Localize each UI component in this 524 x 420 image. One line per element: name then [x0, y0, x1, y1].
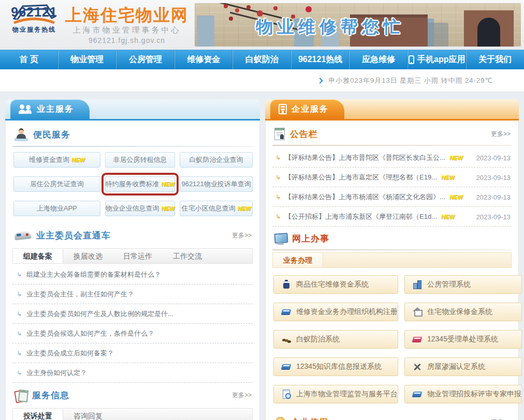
- list-item[interactable]: ↳业主委员会候选人如何产生，条件是什么？: [12, 324, 253, 343]
- more-link[interactable]: 更多>>: [232, 231, 252, 240]
- new-badge: NEW: [441, 214, 455, 220]
- new-badge: NEW: [162, 181, 175, 187]
- return-arrow-icon: ↳: [275, 214, 281, 220]
- new-badge: NEW: [449, 155, 463, 161]
- tab-complaint-handling[interactable]: 投诉处置: [13, 409, 63, 420]
- button-repair-fund-system[interactable]: 商品住宅维修资金系统: [273, 275, 398, 294]
- section-title: 便民服务: [33, 129, 70, 141]
- button-public-housing-system[interactable]: 公房管理系统: [404, 275, 522, 294]
- return-arrow-icon: ↳: [17, 350, 22, 356]
- list-item[interactable]: ↳【公开招标】上海市浦东新区《摩登江南邨（E1d...NEW2023-09-13: [272, 207, 512, 227]
- tab-owner-services[interactable]: 业主服务: [10, 99, 90, 119]
- more-link[interactable]: 更多>>: [232, 391, 252, 400]
- button-shanghai-property-app[interactable]: 上海物业APP: [13, 201, 100, 216]
- section-title: 服务信息: [32, 389, 69, 401]
- fund-box-icon: [282, 280, 291, 289]
- nav-item-termite[interactable]: 白蚁防治: [232, 50, 291, 69]
- return-arrow-icon: ↳: [17, 311, 22, 317]
- list-item[interactable]: ↳业主身份如何认定？: [12, 363, 253, 383]
- committee-question-list: ↳组建业主大会筹备组需要的备案材料是什么？ ↳业主委员会主任，副主任如何产生？ …: [12, 265, 253, 383]
- system-label: 上海市物业管理监管与服务平台: [296, 389, 398, 399]
- avatar-icon: [14, 128, 28, 141]
- list-item[interactable]: ↳组建业主大会筹备组需要的备案材料是什么？: [12, 265, 253, 284]
- more-link[interactable]: 更多>>: [491, 130, 511, 139]
- nav-item-emergency[interactable]: 应急维修: [349, 50, 407, 69]
- online-systems-grid: 商品住宅维修资金系统 公房管理系统 维修资金业务办理组织机构注册 住宅物业保修金…: [273, 275, 511, 403]
- button-community-info-query[interactable]: 住宅小区信息查询NEW: [180, 201, 253, 216]
- enterprise-panel-body: 公告栏 更多>> ↳【评标结果公告】上海市普陀区《普陀区长发白玉公...NEW2…: [265, 121, 519, 420]
- tab-inquiry-reply[interactable]: 咨询回复: [63, 409, 113, 420]
- nav-item-hotline[interactable]: 962121热线: [291, 50, 350, 69]
- list-item[interactable]: ↳【评标结果公告】上海市杨浦区《杨浦区文化名园》...NEW2023-09-13: [272, 187, 512, 207]
- documents-icon: [14, 389, 27, 401]
- list-item[interactable]: ↳业主委员会成立后如何备案？: [12, 343, 253, 363]
- tab-enterprise-services[interactable]: 企业服务: [270, 99, 344, 119]
- list-item[interactable]: ↳业主委员会委员如何产生及人数比例的规定是什...: [12, 304, 253, 324]
- nav-label: 手机app应用: [417, 54, 465, 65]
- button-label: 特约服务收费标准: [106, 179, 159, 189]
- button-supervision-platform[interactable]: 上海市物业管理监管与服务平台: [273, 385, 398, 403]
- site-title-block: 上海住宅物业网 上海市物业管理事务中心 962121.fgj.sh.gov.cn: [65, 0, 188, 50]
- question-text: 业主身份如何认定？: [26, 368, 87, 378]
- button-bidding-expert-apply[interactable]: 物业管理招投标评审专家申报: [404, 385, 522, 403]
- list-item[interactable]: ↳【评标结果公告】上海市嘉定区《理想名都（E19...NEW2023-09-13: [272, 168, 512, 187]
- button-leakage-assessment-system[interactable]: 房屋渗漏认定系统: [404, 357, 522, 376]
- nav-item-property-mgmt[interactable]: 物业管理: [58, 50, 117, 69]
- button-12345-ticket-system[interactable]: 12345受理单处理系统: [404, 330, 522, 349]
- button-housing-cert-query[interactable]: 居住公房凭证查询: [13, 176, 100, 192]
- bulletin-title: 【评标结果公告】上海市普陀区《普陀区长发白玉公...: [285, 153, 445, 162]
- button-complaint-form-query[interactable]: 962121物业投诉单查询: [180, 176, 253, 192]
- section-title: 业主委员会直通车: [36, 230, 111, 242]
- list-item[interactable]: ↳【评标结果公告】上海市普陀区《普陀区长发白玉公...NEW2023-09-13: [272, 148, 512, 168]
- online-tabs: 业务办理: [272, 252, 512, 268]
- divider: [272, 249, 512, 250]
- button-termite-company-query[interactable]: 白蚁防治企业查询: [180, 152, 253, 168]
- button-nonres-sublet-info[interactable]: 非居公房转租信息: [105, 152, 176, 168]
- tab-label: 业主服务: [37, 104, 74, 115]
- button-company-info-query[interactable]: 物业企业信息查询NEW: [105, 201, 176, 216]
- button-12345-knowledge-system[interactable]: 12345知识库信息报送系统: [273, 357, 398, 376]
- nav-item-home[interactable]: 首 页: [0, 50, 58, 69]
- site-subtitle: 上海市物业管理事务中心: [65, 25, 188, 35]
- button-repair-fund-query[interactable]: 维修资金查询NEW: [13, 152, 100, 168]
- tab-business-handling[interactable]: 业务办理: [273, 253, 323, 267]
- system-label: 公房管理系统: [427, 280, 471, 289]
- blue-book-icon: [282, 362, 291, 371]
- nav-item-public-housing[interactable]: 公房管理: [116, 50, 174, 69]
- banner-image: 物业维修帮您忙: [195, 3, 521, 47]
- system-label: 商品住宅维修资金系统: [296, 280, 369, 289]
- nav-label: 维修资金: [187, 54, 220, 65]
- weather-bar: 申小雅023年9月13日 星期三 小雨 转中雨 24-29℃: [0, 69, 524, 92]
- tab-work-exchange[interactable]: 工作交流: [163, 249, 212, 263]
- bulletin-date: 2023-09-13: [476, 193, 511, 201]
- banner-slogan: 物业维修帮您忙: [256, 16, 404, 39]
- nav-item-about[interactable]: 关于我们: [466, 50, 524, 69]
- new-badge: NEW: [441, 174, 455, 181]
- button-special-service-fee-standard[interactable]: 特约服务收费标准NEW: [105, 176, 176, 192]
- list-item[interactable]: ↳业主委员会主任，副主任如何产生？: [12, 284, 253, 304]
- site-header: 962121 物业服务热线 上海住宅物业网 上海市物业管理事务中心 962121…: [0, 0, 524, 50]
- more-link[interactable]: 更多>>: [491, 418, 511, 420]
- nav-label: 白蚁防治: [245, 54, 279, 65]
- main-content: 业主服务 便民服务 维修资金查询NEW 非居公房转租信息 白蚁防治企业查询 居住…: [0, 92, 524, 420]
- button-termite-system[interactable]: 白蚁防治系统: [273, 330, 398, 349]
- nav-item-repair-fund[interactable]: 维修资金: [174, 50, 233, 69]
- banner-buildings-decor: [197, 16, 214, 47]
- return-arrow-icon: ↳: [275, 155, 281, 161]
- button-org-registration[interactable]: 维修资金业务办理组织机构注册: [273, 303, 398, 321]
- tab-daily-operation[interactable]: 日常运作: [113, 249, 163, 263]
- main-nav: 首 页 物业管理 公房管理 维修资金 白蚁防治 962121热线 应急维修 手机…: [0, 50, 524, 69]
- nav-item-mobile-app[interactable]: 手机app应用: [407, 50, 466, 69]
- tab-reelection[interactable]: 换届改选: [63, 249, 113, 263]
- system-label: 12345受理单处理系统: [427, 335, 498, 344]
- tab-formation-filing[interactable]: 组建备案: [13, 249, 63, 263]
- button-warranty-fund-system[interactable]: 住宅物业保修金系统: [404, 303, 522, 321]
- question-text: 业主委员会成立后如何备案？: [26, 349, 114, 358]
- button-label: 住宅小区信息查询: [182, 204, 236, 213]
- nav-label: 关于我们: [478, 54, 512, 65]
- system-label: 住宅物业保修金系统: [427, 307, 492, 317]
- section-title: 公告栏: [290, 128, 318, 140]
- site-logo: 962121 物业服务热线: [7, 0, 61, 50]
- document-search-icon: [282, 389, 291, 399]
- committee-tabs: 组建备案 换届改选 日常运作 工作交流: [12, 248, 253, 264]
